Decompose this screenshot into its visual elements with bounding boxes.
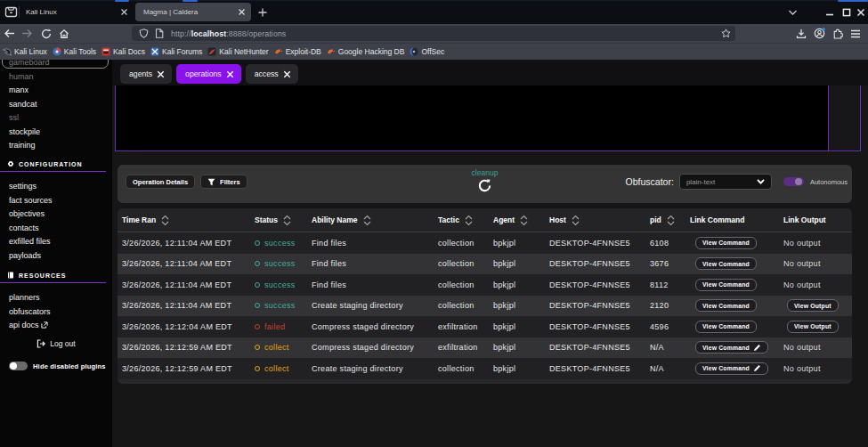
sort-icon[interactable]	[572, 215, 580, 226]
logout-label: Log out	[50, 339, 75, 348]
sort-icon[interactable]	[667, 215, 675, 226]
bookmark-item-offsec[interactable]: OffSec	[407, 45, 447, 59]
bookmark-item-kali-nethunter[interactable]: Kali NetHunter	[205, 45, 271, 59]
sort-icon[interactable]	[465, 215, 473, 226]
extensions-puzzle-icon[interactable]	[829, 24, 847, 43]
status-ring-icon	[255, 261, 260, 266]
sidebar-item-exfilled-files[interactable]: exfilled files	[0, 235, 112, 249]
sidebar-item-human[interactable]: human	[0, 70, 112, 85]
operation-graph-canvas[interactable]	[116, 85, 828, 150]
shield-icon[interactable]	[135, 26, 151, 41]
column-header-host[interactable]: Host	[549, 215, 650, 226]
window-close-button[interactable]	[854, 5, 868, 19]
cell-pid: 2120	[650, 301, 690, 310]
sidebar-item-manx[interactable]: manx	[0, 84, 112, 98]
bookmark-item-kali-docs[interactable]: Kali Docs	[99, 45, 148, 59]
view-command-button[interactable]: View Command	[695, 299, 757, 312]
view-command-button[interactable]: View Command	[695, 321, 757, 333]
sidebar-item-obfuscators[interactable]: obfuscators	[0, 305, 112, 320]
bookmark-item-google-hacking-db[interactable]: Google Hacking DB	[324, 45, 408, 59]
view-output-button[interactable]: View Output	[787, 299, 839, 312]
tab-close-icon[interactable]	[157, 70, 165, 78]
column-label: pid	[650, 215, 661, 224]
account-icon[interactable]	[810, 24, 828, 43]
forward-icon[interactable]	[18, 24, 36, 43]
column-header-status[interactable]: Status	[255, 215, 312, 226]
bookmark-star-icon[interactable]	[718, 26, 734, 41]
view-command-button[interactable]: View Command	[695, 362, 768, 375]
view-command-button[interactable]: View Command	[695, 257, 757, 270]
browser-tab-caldera[interactable]: Magma | Caldera	[135, 3, 251, 21]
sidebar-item-stockpile[interactable]: stockpile	[0, 126, 112, 140]
sort-icon[interactable]	[363, 215, 371, 226]
section-title: CONFIGURATION	[19, 161, 83, 167]
sidebar-item-objectives[interactable]: objectives	[0, 207, 112, 222]
view-command-label: View Command	[702, 345, 750, 351]
firefox-view-icon[interactable]	[4, 5, 18, 19]
cell-ability: Compress staged directory	[312, 322, 438, 331]
sidebar-item-fact-sources[interactable]: fact sources	[0, 194, 112, 208]
view-output-button[interactable]: View Output	[787, 321, 839, 333]
column-header-tactic[interactable]: Tactic	[438, 215, 493, 226]
tab-close-icon[interactable]	[283, 70, 291, 78]
hide-disabled-plugins-toggle-row[interactable]: Hide disabled plugins	[9, 362, 106, 370]
browser-tab-kali-linux[interactable]: Kali Linux	[20, 3, 134, 21]
bookmark-item-exploit-db[interactable]: Exploit-DB	[272, 45, 324, 59]
new-tab-button[interactable]	[256, 5, 269, 19]
sort-icon[interactable]	[283, 215, 291, 226]
downloads-icon[interactable]	[792, 24, 810, 43]
sidebar-item-ssl[interactable]: ssl	[0, 111, 112, 126]
caldera-tab-agents[interactable]: agents	[120, 64, 172, 84]
logout-button[interactable]: Log out	[0, 339, 112, 348]
sidebar-item-settings[interactable]: settings	[0, 180, 112, 194]
bookmark-label: Kali Linux	[14, 47, 47, 56]
bookmark-item-kali-linux[interactable]: Kali Linux	[0, 45, 50, 59]
bookmark-item-kali-tools[interactable]: Kali Tools	[50, 45, 99, 59]
home-icon[interactable]	[55, 24, 73, 43]
reload-icon[interactable]	[37, 24, 55, 43]
cleanup-link[interactable]: cleanup	[472, 168, 499, 177]
kali-dragon-icon	[3, 47, 12, 56]
sidebar-item-training[interactable]: training	[0, 139, 112, 153]
sort-icon[interactable]	[520, 215, 528, 226]
sort-icon[interactable]	[161, 215, 169, 226]
bookmark-label: Kali Docs	[113, 47, 145, 56]
refresh-icon[interactable]	[477, 178, 492, 193]
autonomous-toggle[interactable]	[783, 177, 804, 186]
window-top-accent	[838, 0, 868, 2]
window-maximize-button[interactable]	[840, 5, 854, 19]
cell-time-ran: 3/26/2026, 12:12:59 AM EDT	[122, 343, 255, 352]
kali-forums-icon	[150, 47, 159, 56]
bookmark-item-kali-forums[interactable]: Kali Forums	[148, 45, 205, 59]
column-header-agent[interactable]: Agent	[493, 215, 549, 226]
sidebar-item-sandcat[interactable]: sandcat	[0, 98, 112, 112]
sidebar-item-payloads[interactable]: payloads	[0, 249, 112, 264]
sidebar-item-planners[interactable]: planners	[0, 291, 112, 305]
view-command-button[interactable]: View Command	[695, 279, 757, 291]
page-info-icon[interactable]	[151, 26, 167, 41]
column-header-pid[interactable]: pid	[650, 215, 690, 226]
url-bar[interactable]: http://localhost:8888/operations	[132, 26, 735, 41]
tab-list-chevron-icon[interactable]	[785, 5, 799, 19]
obfuscator-select[interactable]: plain-text	[679, 174, 772, 190]
view-command-button[interactable]: View Command	[695, 341, 768, 354]
tab-close-icon[interactable]	[235, 6, 247, 19]
tab-close-icon[interactable]	[226, 70, 234, 78]
toggle-knob	[795, 178, 802, 185]
column-header-time-ran[interactable]: Time Ran	[122, 215, 255, 226]
back-icon[interactable]	[0, 24, 18, 43]
status-label: success	[264, 280, 296, 289]
sidebar-item-contacts[interactable]: contacts	[0, 222, 112, 236]
caldera-tab-access[interactable]: access	[246, 64, 298, 84]
hide-disabled-plugins-toggle[interactable]	[9, 362, 28, 370]
menu-hamburger-icon[interactable]	[847, 24, 864, 43]
sidebar-item-gameboard[interactable]: gameboard	[0, 60, 112, 70]
window-minimize-button[interactable]	[823, 5, 837, 19]
view-command-button[interactable]: View Command	[695, 237, 757, 249]
sidebar-item-api-docs[interactable]: api docs	[0, 319, 112, 333]
caldera-tab-operations[interactable]: operations	[176, 64, 241, 84]
table-row: 3/26/2026, 12:12:04 AM EDTfailedCompress…	[118, 316, 852, 337]
tab-close-icon[interactable]	[118, 6, 130, 19]
column-header-ability-name[interactable]: Ability Name	[312, 215, 438, 226]
url-text[interactable]: http://localhost:8888/operations	[171, 29, 718, 38]
